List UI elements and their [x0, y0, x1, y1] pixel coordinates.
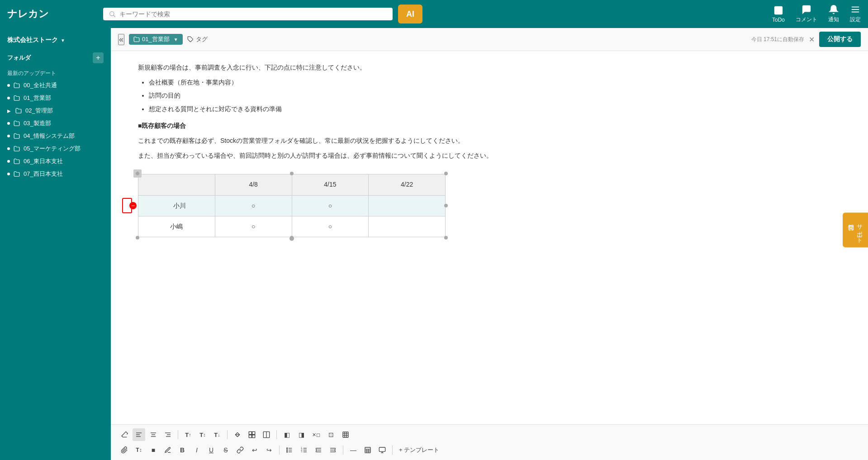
app-logo: ナレカン: [7, 7, 98, 21]
italic-button[interactable]: I: [190, 444, 203, 456]
underline-button[interactable]: U: [205, 444, 218, 456]
valign-top-button[interactable]: T↑: [182, 428, 194, 441]
chevron-down-icon: ▼: [174, 37, 178, 42]
fill-color-button[interactable]: ■: [147, 444, 160, 456]
folder-icon: [14, 120, 20, 127]
sidebar-item-02[interactable]: ▶ 02_管理部: [0, 104, 111, 117]
nav-comment[interactable]: コメント: [796, 5, 817, 23]
delete-col-button[interactable]: ✕◻: [309, 428, 323, 441]
strikethrough-button[interactable]: S: [219, 444, 232, 456]
sidebar-item-01[interactable]: 01_営業部: [0, 92, 111, 104]
sidebar-company[interactable]: 株式会社ストーク ▼: [0, 33, 111, 50]
svg-point-0: [110, 12, 114, 16]
table-bottomleft-resize-handle[interactable]: [136, 236, 139, 239]
redo-button[interactable]: ↪: [263, 444, 275, 456]
sidebar-item-05[interactable]: 05_マーケティング部: [0, 142, 111, 155]
valign-mid-button[interactable]: T↕: [196, 428, 209, 441]
eraser-button[interactable]: [118, 428, 131, 441]
table-header-date2: 4/15: [292, 174, 369, 195]
col-width-button[interactable]: [231, 428, 244, 441]
folder-icon: [14, 171, 20, 177]
insert-col-after-button[interactable]: ◨: [295, 428, 308, 441]
align-center-button[interactable]: [147, 428, 160, 441]
sidebar-item-label: 01_営業部: [24, 94, 51, 102]
row-remove-button[interactable]: −: [129, 202, 137, 209]
app-header: ナレカン AI ToDo コメント 通知: [0, 0, 868, 28]
bullet-list-button[interactable]: [283, 444, 296, 456]
pen-button[interactable]: [161, 444, 174, 456]
insert-col-before-button[interactable]: ◧: [280, 428, 293, 441]
sidebar-folder-label: フォルダ: [7, 54, 31, 62]
heading-button[interactable]: T↕: [133, 444, 145, 456]
sidebar-company-name: 株式会社ストーク: [7, 36, 58, 44]
doc-table-wrapper: ✛ 4/8 4/15 4/22: [138, 174, 446, 237]
toolbar-divider: [392, 446, 393, 455]
search-input[interactable]: [119, 10, 387, 18]
table-top-resize-handle[interactable]: [290, 172, 294, 175]
section2-text1: これまでの既存顧客は必ず、Stockの営業管理フォルダを確認し、常に最新の状況を…: [138, 135, 841, 146]
sidebar-add-folder-button[interactable]: +: [93, 52, 104, 63]
sidebar-item-label: 03_製造部: [24, 119, 51, 127]
collapse-sidebar-button[interactable]: «: [118, 34, 124, 45]
hyperlink-button[interactable]: [234, 444, 247, 456]
doc-folder-breadcrumb[interactable]: 01_営業部 ▼: [129, 34, 183, 45]
split-cells-button[interactable]: [260, 428, 273, 441]
undo-button[interactable]: ↩: [248, 444, 261, 456]
align-left-button[interactable]: [133, 428, 145, 441]
embed-button[interactable]: [376, 444, 389, 456]
doc-folder-name: 01_営業部: [142, 35, 170, 43]
doc-tag-button[interactable]: タグ: [187, 35, 208, 43]
sidebar-item-label: 04_情報システム部: [24, 132, 75, 140]
sidebar-item-00[interactable]: 00_全社共通: [0, 79, 111, 92]
dot-icon: [7, 160, 10, 163]
support-button[interactable]: サポート問合せ: [843, 213, 868, 248]
toolbar-divider: [279, 446, 280, 455]
folder-icon: [14, 133, 20, 139]
dot-icon: [7, 147, 10, 150]
svg-point-33: [287, 451, 288, 452]
template-button[interactable]: + テンプレート: [396, 444, 442, 456]
attachment-button[interactable]: [118, 444, 131, 456]
divider-line-button[interactable]: —: [347, 444, 360, 456]
dot-icon: [7, 122, 10, 125]
sidebar-item-07[interactable]: 07_西日本支社: [0, 168, 111, 180]
table-format-toolbar: T↑ T↕ T↓ ◧ ◨ ✕◻ ⊡: [118, 428, 861, 441]
sidebar-folder-section: フォルダ +: [0, 50, 111, 66]
svg-rect-46: [365, 447, 370, 453]
table-right-resize-handle[interactable]: [444, 204, 448, 207]
svg-rect-23: [343, 432, 348, 437]
table-bottommid-resize-handle[interactable]: [290, 236, 294, 239]
publish-button[interactable]: 公開する: [819, 32, 861, 47]
dot-icon: [7, 97, 10, 99]
table-topright-resize-handle[interactable]: [444, 172, 448, 175]
nav-todo[interactable]: ToDo: [772, 5, 785, 23]
nav-settings[interactable]: 設定: [850, 5, 861, 23]
align-right-button[interactable]: [161, 428, 174, 441]
svg-rect-20: [252, 435, 255, 438]
numbered-list-button[interactable]: 1.2.3.: [298, 444, 310, 456]
sidebar-updates-label: 最新のアップデート: [0, 66, 111, 79]
table-props-button[interactable]: [339, 428, 352, 441]
sidebar-item-06[interactable]: 06_東日本支社: [0, 155, 111, 168]
valign-bot-button[interactable]: T↓: [211, 428, 223, 441]
ai-button[interactable]: AI: [398, 5, 422, 23]
chevron-down-icon: ▼: [61, 38, 65, 43]
svg-rect-51: [379, 447, 385, 451]
table-bottomright-resize-handle[interactable]: [444, 236, 448, 239]
nav-notification[interactable]: 通知: [828, 5, 839, 23]
sidebar-item-label: 00_全社共通: [24, 81, 57, 89]
merge-cells-button[interactable]: [246, 428, 258, 441]
table-insert-button[interactable]: [361, 444, 374, 456]
section2-title: ■既存顧客の場合: [138, 120, 841, 131]
table-cell-415: ○: [292, 195, 369, 216]
sidebar-item-04[interactable]: 04_情報システム部: [0, 130, 111, 142]
table-header-date1: 4/8: [215, 174, 292, 195]
section2-text2: また、担当が変わっている場合や、前回訪問時と別の人が訪問する場合は、必ず事前情報…: [138, 150, 841, 161]
svg-rect-19: [249, 435, 251, 438]
close-doc-button[interactable]: ✕: [809, 35, 815, 44]
bold-button[interactable]: B: [176, 444, 189, 456]
col-props-button[interactable]: ⊡: [325, 428, 337, 441]
indent-more-button[interactable]: [327, 444, 339, 456]
indent-less-button[interactable]: [312, 444, 325, 456]
sidebar-item-03[interactable]: 03_製造部: [0, 117, 111, 130]
